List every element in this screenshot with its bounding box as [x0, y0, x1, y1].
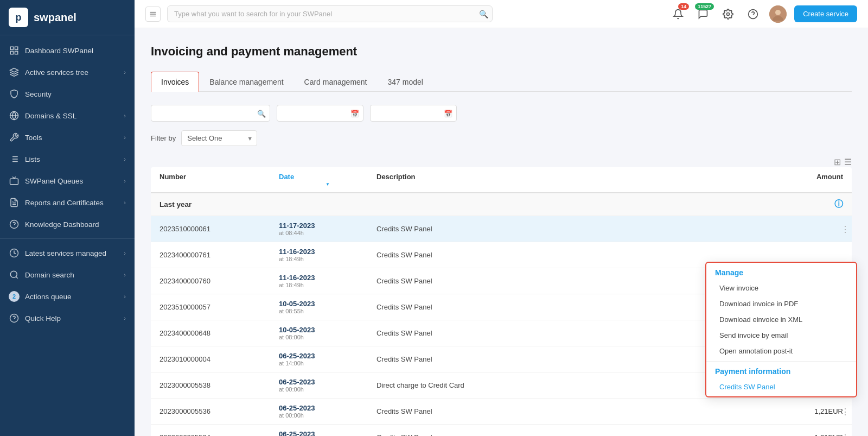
- dropdown-view-invoice[interactable]: View invoice: [706, 280, 856, 296]
- row-number: 2023400000648: [159, 329, 279, 337]
- wrench-icon: [9, 132, 20, 143]
- filter-by-select[interactable]: Select One: [181, 130, 257, 146]
- tab-347model[interactable]: 347 model: [378, 72, 433, 92]
- filter-by-row: Filter by Select One ▼: [151, 130, 852, 146]
- section-toggle-icon[interactable]: ⓘ: [834, 199, 843, 210]
- list-view-icon[interactable]: ☰: [844, 157, 852, 167]
- sidebar: p swpanel Dashboard SWPanel Activ: [0, 0, 135, 436]
- row-number: 2023400000761: [159, 251, 279, 259]
- list-icon: [9, 154, 20, 165]
- sidebar-item-queues[interactable]: SWPanel Queues ›: [0, 170, 135, 192]
- section-last-year: Last year ⓘ: [151, 193, 852, 216]
- create-service-button[interactable]: Create service: [794, 5, 857, 22]
- dropdown-payment-title: Payment information: [706, 364, 856, 379]
- table-row[interactable]: 2023510000061 11-17-2023 at 08:44h Credi…: [151, 216, 852, 242]
- sidebar-item-dashboard[interactable]: Dashboard SWPanel: [0, 40, 135, 61]
- calendar-icon: 📅: [350, 109, 359, 117]
- search-bar: 🔍: [167, 5, 493, 22]
- dropdown-credits-sw[interactable]: Credits SW Panel: [706, 379, 856, 396]
- topbar: 🔍 14 11527: [135, 0, 868, 28]
- settings-button[interactable]: [719, 5, 737, 23]
- tab-balance[interactable]: Balance management: [199, 72, 293, 92]
- tab-invoices[interactable]: Invoices: [151, 72, 199, 92]
- shield-icon: [9, 89, 20, 99]
- row-number: 2023000005536: [159, 407, 279, 415]
- sidebar-toggle-button[interactable]: [145, 7, 161, 22]
- sidebar-item-actions-queue[interactable]: 2 Actions queue ›: [0, 286, 135, 307]
- sidebar-item-domain-search[interactable]: Domain search ›: [0, 264, 135, 286]
- sidebar-item-latest-services[interactable]: Latest services managed ›: [0, 242, 135, 264]
- col-number: Number: [159, 173, 279, 187]
- section-label: Last year: [159, 200, 192, 208]
- row-description: Direct charge to Credit Card: [376, 381, 756, 389]
- page-title: Invoicing and payment management: [151, 45, 852, 59]
- dropdown-download-xml[interactable]: Download einvoice in XML: [706, 312, 856, 327]
- svg-rect-3: [15, 52, 18, 54]
- row-actions-button[interactable]: ⋮: [841, 224, 850, 234]
- sidebar-item-active-services[interactable]: Active services tree ›: [0, 61, 135, 83]
- chevron-right-icon: ›: [124, 315, 126, 321]
- col-description: Description: [376, 173, 756, 187]
- queue-icon: [9, 175, 20, 186]
- row-number: 2023510000061: [159, 225, 279, 233]
- row-date: 11-16-2023 at 18:49h: [279, 248, 376, 262]
- sidebar-item-tools[interactable]: Tools ›: [0, 127, 135, 148]
- row-actions-button[interactable]: ⋮: [841, 432, 850, 436]
- tab-card[interactable]: Card management: [294, 72, 378, 92]
- sidebar-item-label: SWPanel Queues: [25, 177, 83, 185]
- chevron-right-icon: ›: [124, 178, 126, 184]
- table-row[interactable]: 2023000005536 06-25-2023 at 00:00h Credi…: [151, 399, 852, 425]
- filter-row: 🔍 📅 📅: [151, 105, 852, 122]
- globe-icon: [9, 110, 20, 121]
- main-area: 🔍 14 11527: [135, 0, 868, 436]
- calendar-icon-2: 📅: [444, 109, 452, 117]
- divider: [0, 238, 135, 239]
- chevron-right-icon: ›: [124, 271, 126, 278]
- col-date[interactable]: Date: [279, 173, 376, 187]
- sidebar-item-label: Knowledge Dashboard: [25, 220, 99, 229]
- row-description: Credits SW Panel: [376, 277, 756, 285]
- notifications-button[interactable]: 14: [669, 5, 687, 23]
- row-number: 2023510000057: [159, 303, 279, 311]
- sidebar-item-label: Quick Help: [25, 314, 61, 323]
- logo-area[interactable]: p swpanel: [0, 0, 135, 35]
- search-input[interactable]: [167, 5, 493, 22]
- notification-badge: 14: [678, 3, 689, 10]
- row-description: Credits SW Panel: [376, 355, 756, 363]
- search-filter-input[interactable]: [151, 105, 270, 122]
- search-icon[interactable]: 🔍: [479, 10, 488, 18]
- sidebar-item-quick-help[interactable]: Quick Help ›: [0, 307, 135, 329]
- sidebar-item-knowledge[interactable]: Knowledge Dashboard: [0, 213, 135, 235]
- row-actions-button[interactable]: ⋮: [841, 406, 850, 416]
- tab-bar: Invoices Balance management Card managem…: [151, 72, 852, 92]
- sidebar-item-reports[interactable]: Reports and Certificates ›: [0, 192, 135, 213]
- dropdown-download-pdf[interactable]: Download invoice in PDF: [706, 296, 856, 312]
- table-row[interactable]: 2023000005534 06-25-2023 at 00:00h Credi…: [151, 425, 852, 436]
- avatar[interactable]: [769, 5, 787, 23]
- row-date: 10-05-2023 at 08:55h: [279, 300, 376, 314]
- sidebar-item-domains[interactable]: Domains & SSL ›: [0, 105, 135, 127]
- row-number: 2023000005534: [159, 433, 279, 436]
- row-date: 11-17-2023 at 08:44h: [279, 222, 376, 236]
- sidebar-item-lists[interactable]: Lists ›: [0, 148, 135, 170]
- row-date: 06-25-2023 at 14:00h: [279, 352, 376, 367]
- table-head: Number Date Description Amount: [151, 167, 852, 193]
- row-description: Credits SW Panel: [376, 303, 756, 311]
- messages-button[interactable]: 11527: [694, 5, 712, 23]
- search-icon: [9, 269, 20, 280]
- layers-icon: [9, 67, 20, 78]
- help-button[interactable]: [744, 5, 762, 23]
- main-nav: Dashboard SWPanel Active services tree ›…: [0, 35, 135, 436]
- svg-point-30: [775, 10, 781, 15]
- sidebar-item-security[interactable]: Security: [0, 83, 135, 105]
- chevron-right-icon: ›: [124, 199, 126, 206]
- dropdown-divider: [706, 361, 856, 362]
- row-amount: 1,21EUR: [756, 433, 843, 436]
- grid-view-icon[interactable]: ⊞: [834, 157, 841, 167]
- dropdown-send-email[interactable]: Send invoice by email: [706, 327, 856, 343]
- dropdown-annotation[interactable]: Open annotation post-it: [706, 343, 856, 359]
- sidebar-item-label: Lists: [25, 155, 40, 163]
- row-actions-dropdown: Manage View invoice Download invoice in …: [705, 262, 857, 397]
- messages-badge: 11527: [695, 3, 714, 10]
- chevron-right-icon: ›: [124, 293, 126, 300]
